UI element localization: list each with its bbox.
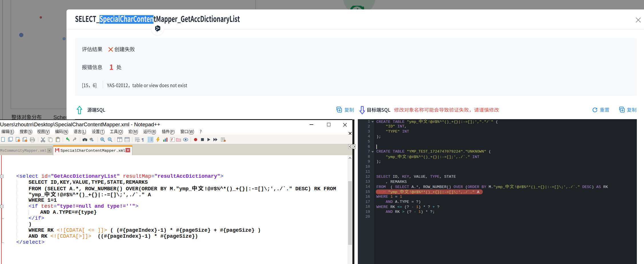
svg-text:ab: ab [90, 137, 93, 140]
svg-text:¶: ¶ [142, 137, 144, 142]
